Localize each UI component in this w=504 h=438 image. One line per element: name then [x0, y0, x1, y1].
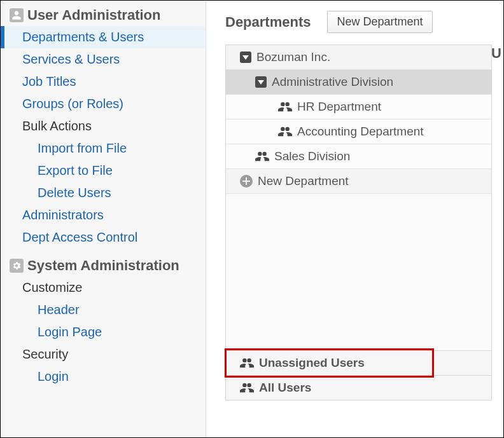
nav-services-users[interactable]: Services & Users: [1, 48, 206, 71]
main-header: Departments New Department: [225, 11, 492, 33]
right-cut-label: U: [491, 45, 501, 62]
tree-new-department[interactable]: New Department: [226, 169, 491, 194]
department-tree: Bozuman Inc. Administrative Division HR …: [225, 44, 492, 400]
user-icon: [10, 8, 24, 22]
tree-hr-dept[interactable]: HR Department: [226, 95, 491, 120]
gear-icon: [10, 259, 24, 273]
collapse-icon[interactable]: [255, 76, 267, 88]
tree-sales-label: Sales Division: [274, 149, 350, 163]
tree-allusers-label: All Users: [259, 381, 311, 395]
nav-login-page[interactable]: Login Page: [1, 321, 206, 343]
system-admin-header: System Administration: [1, 254, 206, 277]
nav-customize[interactable]: Customize: [1, 277, 206, 299]
tree-all-users[interactable]: All Users: [226, 375, 491, 400]
plus-icon: [240, 175, 253, 188]
tree-sales-division[interactable]: Sales Division: [226, 144, 491, 169]
nav-export-file[interactable]: Export to File: [1, 160, 206, 182]
nav-bulk-actions[interactable]: Bulk Actions: [1, 115, 206, 137]
main-panel: Departments New Department Bozuman Inc. …: [206, 1, 503, 437]
nav-security[interactable]: Security: [1, 343, 206, 366]
nav-dept-access[interactable]: Dept Access Control: [1, 226, 206, 249]
collapse-icon[interactable]: [240, 51, 251, 63]
nav-header[interactable]: Header: [1, 299, 206, 321]
system-admin-title: System Administration: [27, 257, 179, 274]
users-group-icon: [240, 357, 254, 369]
new-department-button[interactable]: New Department: [327, 11, 432, 33]
nav-delete-users[interactable]: Delete Users: [1, 182, 206, 204]
user-admin-header: User Administration: [1, 3, 206, 26]
tree-admin-division[interactable]: Administrative Division: [226, 70, 491, 95]
tree-root[interactable]: Bozuman Inc.: [226, 45, 491, 70]
tree-accounting-dept[interactable]: Accounting Department: [226, 120, 491, 144]
nav-login[interactable]: Login: [1, 366, 206, 388]
tree-bottom-rows: Unassigned Users All Users: [226, 350, 491, 400]
tree-unassigned-users[interactable]: Unassigned Users: [226, 350, 491, 375]
nav-import-file[interactable]: Import from File: [1, 137, 206, 160]
users-group-icon: [278, 125, 292, 138]
nav-groups-roles[interactable]: Groups (or Roles): [1, 93, 206, 115]
nav-departments-users[interactable]: Departments & Users: [1, 26, 206, 48]
tree-unassigned-label: Unassigned Users: [259, 356, 365, 370]
sidebar: User Administration Departments & Users …: [1, 1, 206, 437]
tree-admin-label: Administrative Division: [272, 75, 393, 89]
tree-root-label: Bozuman Inc.: [256, 50, 330, 64]
user-admin-title: User Administration: [27, 7, 160, 24]
users-group-icon: [240, 381, 254, 394]
tree-accounting-label: Accounting Department: [297, 125, 424, 139]
departments-title: Departments: [225, 14, 311, 31]
users-group-icon: [278, 100, 292, 113]
tree-newdept-label: New Department: [258, 174, 349, 188]
tree-hr-label: HR Department: [297, 100, 381, 114]
users-group-icon: [255, 150, 269, 163]
nav-administrators[interactable]: Administrators: [1, 204, 206, 226]
nav-job-titles[interactable]: Job Titles: [1, 71, 206, 93]
